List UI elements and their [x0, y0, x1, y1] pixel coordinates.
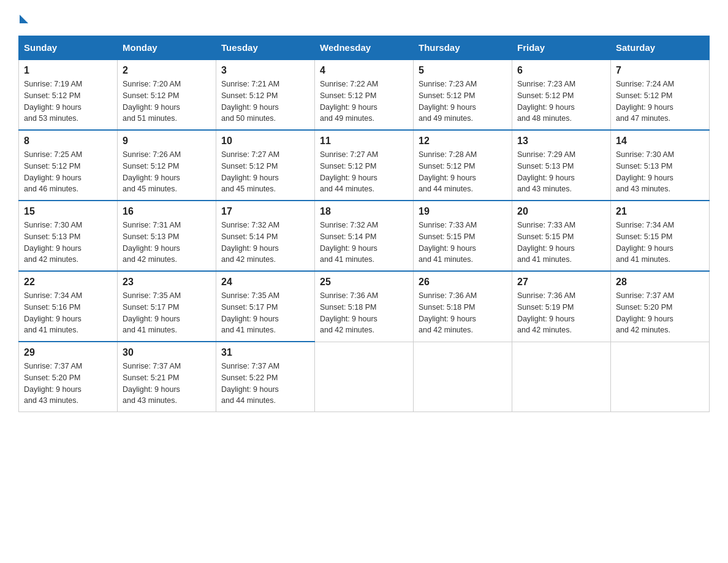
- logo-row1: [18, 12, 28, 23]
- day-number: 12: [419, 136, 507, 147]
- day-info: Sunrise: 7:34 AM Sunset: 5:15 PM Dayligh…: [616, 220, 704, 266]
- logo: [18, 12, 28, 23]
- calendar-cell: 14 Sunrise: 7:30 AM Sunset: 5:13 PM Dayl…: [611, 130, 710, 201]
- weekday-header-tuesday: Tuesday: [216, 36, 315, 60]
- weekday-header-thursday: Thursday: [414, 36, 512, 60]
- calendar-cell: 3 Sunrise: 7:21 AM Sunset: 5:12 PM Dayli…: [216, 59, 315, 130]
- calendar-cell: 2 Sunrise: 7:20 AM Sunset: 5:12 PM Dayli…: [118, 59, 216, 130]
- day-number: 17: [221, 206, 309, 217]
- calendar-cell: 26 Sunrise: 7:36 AM Sunset: 5:18 PM Dayl…: [414, 271, 512, 342]
- day-number: 16: [123, 206, 211, 217]
- calendar-cell: 19 Sunrise: 7:33 AM Sunset: 5:15 PM Dayl…: [414, 201, 512, 271]
- calendar-cell: 18 Sunrise: 7:32 AM Sunset: 5:14 PM Dayl…: [315, 201, 414, 271]
- day-number: 1: [24, 65, 112, 76]
- weekday-header-monday: Monday: [118, 36, 216, 60]
- logo-arrow-icon: [20, 15, 28, 23]
- day-number: 24: [221, 277, 309, 288]
- day-number: 2: [123, 65, 211, 76]
- day-info: Sunrise: 7:23 AM Sunset: 5:12 PM Dayligh…: [419, 79, 507, 124]
- day-info: Sunrise: 7:20 AM Sunset: 5:12 PM Dayligh…: [123, 79, 211, 124]
- day-info: Sunrise: 7:35 AM Sunset: 5:17 PM Dayligh…: [221, 290, 309, 336]
- day-number: 13: [517, 136, 605, 147]
- calendar-cell: 7 Sunrise: 7:24 AM Sunset: 5:12 PM Dayli…: [611, 59, 710, 130]
- page-header: [18, 12, 710, 23]
- day-number: 26: [419, 277, 507, 288]
- day-number: 19: [419, 206, 507, 217]
- calendar-cell: 22 Sunrise: 7:34 AM Sunset: 5:16 PM Dayl…: [19, 271, 118, 342]
- calendar-cell: [512, 342, 611, 412]
- calendar-cell: 16 Sunrise: 7:31 AM Sunset: 5:13 PM Dayl…: [118, 201, 216, 271]
- calendar-cell: 28 Sunrise: 7:37 AM Sunset: 5:20 PM Dayl…: [611, 271, 710, 342]
- day-number: 14: [616, 136, 704, 147]
- calendar-cell: 8 Sunrise: 7:25 AM Sunset: 5:12 PM Dayli…: [19, 130, 118, 201]
- weekday-header-friday: Friday: [512, 36, 611, 60]
- day-info: Sunrise: 7:26 AM Sunset: 5:12 PM Dayligh…: [123, 149, 211, 195]
- calendar-cell: [315, 342, 414, 412]
- day-info: Sunrise: 7:33 AM Sunset: 5:15 PM Dayligh…: [419, 220, 507, 266]
- day-info: Sunrise: 7:37 AM Sunset: 5:22 PM Dayligh…: [221, 361, 309, 407]
- calendar-cell: 4 Sunrise: 7:22 AM Sunset: 5:12 PM Dayli…: [315, 59, 414, 130]
- day-info: Sunrise: 7:37 AM Sunset: 5:21 PM Dayligh…: [123, 361, 211, 407]
- day-number: 6: [517, 65, 605, 76]
- day-info: Sunrise: 7:29 AM Sunset: 5:13 PM Dayligh…: [517, 149, 605, 195]
- day-info: Sunrise: 7:36 AM Sunset: 5:18 PM Dayligh…: [419, 290, 507, 336]
- day-number: 28: [616, 277, 704, 288]
- weekday-header-sunday: Sunday: [19, 36, 118, 60]
- weekday-header-row: SundayMondayTuesdayWednesdayThursdayFrid…: [19, 36, 710, 60]
- calendar-cell: 25 Sunrise: 7:36 AM Sunset: 5:18 PM Dayl…: [315, 271, 414, 342]
- day-info: Sunrise: 7:23 AM Sunset: 5:12 PM Dayligh…: [517, 79, 605, 124]
- day-info: Sunrise: 7:32 AM Sunset: 5:14 PM Dayligh…: [320, 220, 408, 266]
- day-info: Sunrise: 7:25 AM Sunset: 5:12 PM Dayligh…: [24, 149, 112, 195]
- day-info: Sunrise: 7:28 AM Sunset: 5:12 PM Dayligh…: [419, 149, 507, 195]
- calendar-cell: 23 Sunrise: 7:35 AM Sunset: 5:17 PM Dayl…: [118, 271, 216, 342]
- calendar-cell: 17 Sunrise: 7:32 AM Sunset: 5:14 PM Dayl…: [216, 201, 315, 271]
- day-info: Sunrise: 7:37 AM Sunset: 5:20 PM Dayligh…: [616, 290, 704, 336]
- day-info: Sunrise: 7:33 AM Sunset: 5:15 PM Dayligh…: [517, 220, 605, 266]
- day-number: 11: [320, 136, 408, 147]
- calendar-cell: 29 Sunrise: 7:37 AM Sunset: 5:20 PM Dayl…: [19, 342, 118, 412]
- calendar-cell: [611, 342, 710, 412]
- day-number: 31: [221, 347, 309, 358]
- calendar-cell: 6 Sunrise: 7:23 AM Sunset: 5:12 PM Dayli…: [512, 59, 611, 130]
- day-number: 25: [320, 277, 408, 288]
- day-info: Sunrise: 7:36 AM Sunset: 5:18 PM Dayligh…: [320, 290, 408, 336]
- week-row-4: 22 Sunrise: 7:34 AM Sunset: 5:16 PM Dayl…: [19, 271, 710, 342]
- day-info: Sunrise: 7:30 AM Sunset: 5:13 PM Dayligh…: [616, 149, 704, 195]
- day-number: 5: [419, 65, 507, 76]
- calendar-cell: 21 Sunrise: 7:34 AM Sunset: 5:15 PM Dayl…: [611, 201, 710, 271]
- calendar-table: SundayMondayTuesdayWednesdayThursdayFrid…: [18, 36, 710, 412]
- week-row-3: 15 Sunrise: 7:30 AM Sunset: 5:13 PM Dayl…: [19, 201, 710, 271]
- calendar-cell: 10 Sunrise: 7:27 AM Sunset: 5:12 PM Dayl…: [216, 130, 315, 201]
- day-info: Sunrise: 7:19 AM Sunset: 5:12 PM Dayligh…: [24, 79, 112, 124]
- calendar-cell: 20 Sunrise: 7:33 AM Sunset: 5:15 PM Dayl…: [512, 201, 611, 271]
- day-info: Sunrise: 7:22 AM Sunset: 5:12 PM Dayligh…: [320, 79, 408, 124]
- day-info: Sunrise: 7:36 AM Sunset: 5:19 PM Dayligh…: [517, 290, 605, 336]
- weekday-header-saturday: Saturday: [611, 36, 710, 60]
- calendar-cell: 13 Sunrise: 7:29 AM Sunset: 5:13 PM Dayl…: [512, 130, 611, 201]
- day-info: Sunrise: 7:21 AM Sunset: 5:12 PM Dayligh…: [221, 79, 309, 124]
- day-number: 4: [320, 65, 408, 76]
- day-info: Sunrise: 7:34 AM Sunset: 5:16 PM Dayligh…: [24, 290, 112, 336]
- calendar-cell: 31 Sunrise: 7:37 AM Sunset: 5:22 PM Dayl…: [216, 342, 315, 412]
- calendar-cell: 24 Sunrise: 7:35 AM Sunset: 5:17 PM Dayl…: [216, 271, 315, 342]
- week-row-2: 8 Sunrise: 7:25 AM Sunset: 5:12 PM Dayli…: [19, 130, 710, 201]
- day-info: Sunrise: 7:27 AM Sunset: 5:12 PM Dayligh…: [320, 149, 408, 195]
- day-info: Sunrise: 7:30 AM Sunset: 5:13 PM Dayligh…: [24, 220, 112, 266]
- day-info: Sunrise: 7:27 AM Sunset: 5:12 PM Dayligh…: [221, 149, 309, 195]
- day-number: 15: [24, 206, 112, 217]
- day-number: 8: [24, 136, 112, 147]
- day-number: 22: [24, 277, 112, 288]
- calendar-cell: 5 Sunrise: 7:23 AM Sunset: 5:12 PM Dayli…: [414, 59, 512, 130]
- day-number: 3: [221, 65, 309, 76]
- calendar-cell: [414, 342, 512, 412]
- weekday-header-wednesday: Wednesday: [315, 36, 414, 60]
- calendar-cell: 15 Sunrise: 7:30 AM Sunset: 5:13 PM Dayl…: [19, 201, 118, 271]
- calendar-cell: 27 Sunrise: 7:36 AM Sunset: 5:19 PM Dayl…: [512, 271, 611, 342]
- day-info: Sunrise: 7:24 AM Sunset: 5:12 PM Dayligh…: [616, 79, 704, 124]
- day-number: 9: [123, 136, 211, 147]
- day-number: 7: [616, 65, 704, 76]
- calendar-cell: 9 Sunrise: 7:26 AM Sunset: 5:12 PM Dayli…: [118, 130, 216, 201]
- day-number: 27: [517, 277, 605, 288]
- day-info: Sunrise: 7:32 AM Sunset: 5:14 PM Dayligh…: [221, 220, 309, 266]
- calendar-cell: 12 Sunrise: 7:28 AM Sunset: 5:12 PM Dayl…: [414, 130, 512, 201]
